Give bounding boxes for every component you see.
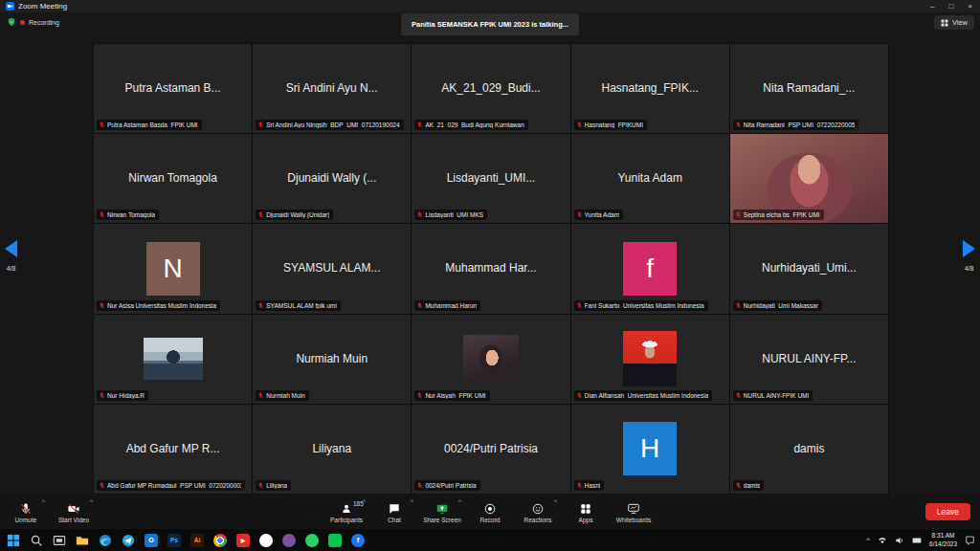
participant-label: Hasni [574,480,605,491]
system-tray: ^ 8:31 AM 6/14/2023 [866,532,980,549]
participant-label-text: Muhammad Harun [425,302,477,309]
muted-mic-icon [99,121,105,128]
participant-tile[interactable]: Nurhidayati_Umi...Nurhidayati_Umi Makass… [730,224,888,313]
participant-tile[interactable]: Abd Gafur MP R...Abd Gafur MP Rumadaul_P… [94,405,252,494]
toolbar-apps-button[interactable]: Apps [562,496,610,529]
participant-tile[interactable]: Septina elcha bs_FPIK UMI [730,134,888,223]
toolbar-participants-button[interactable]: 185^Participants [323,496,370,529]
participant-tile[interactable]: fFani Sukarto_Universitas Muslim Indones… [571,224,729,313]
taskbar-facebook-icon[interactable]: f [351,534,365,547]
minimize-button[interactable]: – [930,3,934,11]
taskbar-illustrator-icon[interactable]: Ai [190,534,204,547]
previous-page-arrow-icon[interactable] [5,240,17,257]
notification-center-icon[interactable] [965,535,975,545]
participant-label-text: Abd Gafur MP Rumadaul_PSP UMI_0720200003 [107,482,241,489]
participant-tile[interactable]: Nita Ramadani_...Nita Ramadani_PSP UMI_0… [730,44,888,133]
participant-tile[interactable]: NNur Asisa Universitas Muslim Indonesia [94,224,252,313]
participant-tile[interactable]: Djunaidi Wally (...Djunaidi Wally (Unida… [253,134,411,223]
chevron-up-icon[interactable]: ^ [411,498,413,505]
tray-expand-icon[interactable]: ^ [866,536,870,544]
participant-tile[interactable]: Hasnatang_FPIK...Hasnatang_FPIKUMI [571,44,729,133]
participant-display-name: Hasnatang_FPIK... [594,81,706,96]
participant-video [144,338,203,380]
toolbar-whiteboards-button[interactable]: Whiteboards [610,496,657,529]
chevron-up-icon[interactable]: ^ [554,498,557,505]
muted-mic-icon [416,302,423,309]
participant-label: Djunaidi Wally (Unidar) [256,209,333,220]
taskbar-task-view-icon[interactable] [53,534,66,547]
participant-tile[interactable]: Putra Astaman B...Putra Astaman Basda_FP… [94,44,252,133]
taskbar-photoshop-icon[interactable]: Ps [167,534,181,547]
close-button[interactable]: × [968,3,972,11]
toolbar-start-video-button[interactable]: ^Start Video [50,496,98,529]
chevron-up-icon[interactable]: ^ [42,498,45,505]
participant-tile[interactable]: Nur Aisyah_FPIK UMI [412,315,569,404]
participant-label-text: Liliyana [266,482,287,489]
taskbar-clock[interactable]: 8:31 AM 6/14/2023 [929,532,957,549]
participant-label-text: Nurmiah Muin [266,392,304,399]
taskbar-line-icon[interactable] [328,534,342,547]
participant-tile[interactable]: Sri Andini Ayu N...Sri Andini Ayu Ningsi… [253,44,411,133]
chevron-up-icon[interactable]: ^ [363,498,366,505]
muted-mic-icon [576,121,583,128]
participant-label-text: Nur Aisyah_FPIK UMI [425,392,485,399]
toolbar-record-button[interactable]: Record [466,496,514,529]
taskbar-file-explorer-icon[interactable] [76,534,89,547]
toolbar-chat-button[interactable]: ^Chat [370,496,418,529]
participant-label: damis [733,480,764,491]
participant-tile[interactable]: damisdamis [730,405,888,494]
participant-tile[interactable]: Yunita AdamYunita Adam [571,134,729,223]
taskbar-chrome-icon[interactable] [213,534,227,547]
leave-button[interactable]: Leave [925,503,970,520]
participant-label-text: Nur Asisa Universitas Muslim Indonesia [107,302,216,309]
participant-tile[interactable]: Nurmiah MuinNurmiah Muin [253,315,411,404]
toolbar-unmute-button[interactable]: ^Unmute [2,496,50,529]
taskbar-telegram-icon[interactable] [122,534,135,547]
toolbar-share-screen-button[interactable]: ^Share Screen [418,496,466,529]
view-button[interactable]: View [934,15,974,30]
network-icon[interactable] [878,536,887,545]
participant-label-text: NURUL AINY-FPIK UMI [744,392,810,399]
participant-tile[interactable]: Nirwan TomagolaNirwan Tomagola [94,134,252,223]
taskbar-outlook-icon[interactable]: O [145,534,158,547]
participant-label-text: Septina elcha bs_FPIK UMI [744,211,820,218]
taskbar-edge-icon[interactable] [99,534,112,547]
participant-display-name: NURUL AINY-FP... [754,352,863,366]
muted-mic-icon [735,302,742,309]
participant-label-text: Dian Alfiansah_Universitas Muslim Indone… [585,392,709,399]
toolbar-item-label: Apps [579,517,593,523]
security-shield-icon[interactable] [7,17,16,27]
participant-tile[interactable]: SYAMSUL ALAM...SYAMSUL ALAM fpik umi [253,224,411,313]
participant-tile[interactable]: HHasni [571,405,729,494]
participant-tile[interactable]: 0024/Putri Patrisia0024/Putri Patrisia [412,405,569,494]
taskbar-youtube-icon[interactable]: ▶ [236,534,250,547]
participant-label-text: SYAMSUL ALAM fpik umi [266,302,337,309]
participant-grid: Putra Astaman B...Putra Astaman Basda_FP… [93,43,889,495]
chevron-up-icon[interactable]: ^ [458,498,461,505]
participant-tile[interactable]: AK_21_029_Budi...AK_21_029_Budi Agung Ku… [412,44,569,133]
windows-taskbar: OPsAi▶f ^ 8:31 AM 6/14/2023 [0,529,980,551]
participant-tile[interactable]: Muhammad Har...Muhammad Harun [412,224,569,313]
taskbar-whatsapp-icon[interactable] [305,534,319,547]
participant-label: Dian Alfiansah_Universitas Muslim Indone… [574,390,713,401]
taskbar-start-icon[interactable] [7,534,20,547]
taskbar-messenger-icon[interactable] [259,534,273,547]
taskbar-search-icon[interactable] [30,534,43,547]
taskbar-viber-icon[interactable] [282,534,296,547]
participant-tile[interactable]: Dian Alfiansah_Universitas Muslim Indone… [571,315,729,404]
recording-indicator: Recording [7,17,59,27]
keyboard-icon[interactable] [912,536,922,545]
toolbar-reactions-button[interactable]: ^Reactions [514,496,562,529]
zoom-app-icon [6,2,14,11]
chevron-up-icon[interactable]: ^ [90,498,93,505]
maximize-button[interactable]: □ [948,3,953,11]
participant-tile[interactable]: LiliyanaLiliyana [253,405,411,494]
participant-tile[interactable]: Nur Hidaya.R [94,315,252,404]
volume-icon[interactable] [895,536,904,545]
participant-label: Liliyana [256,480,291,491]
participant-label: Muhammad Harun [414,300,480,311]
participant-tile[interactable]: NURUL AINY-FP...NURUL AINY-FPIK UMI [730,315,888,404]
next-page-arrow-icon[interactable] [963,240,975,257]
next-page-nav: 4/8 [963,240,975,272]
participant-tile[interactable]: Lisdayanti_UMI...Lisdayanti_UMI MKS [412,134,569,223]
